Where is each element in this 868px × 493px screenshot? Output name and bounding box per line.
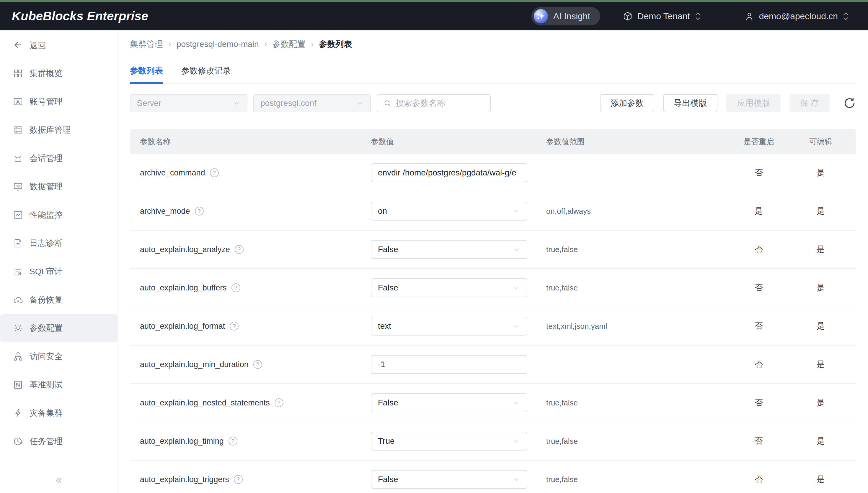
ai-insight-label: AI Insight — [553, 11, 590, 21]
sidebar-item-access-security[interactable]: 访问安全 — [0, 342, 118, 371]
search-input[interactable] — [396, 99, 484, 108]
toolbar: Server postgresql.conf 添加参数 导出模版 应用模版 — [130, 94, 856, 112]
add-parameter-button[interactable]: 添加参数 — [600, 94, 654, 112]
sidebar-back-button[interactable]: 返回 — [0, 39, 118, 53]
breadcrumb-separator: › — [264, 39, 267, 49]
help-icon[interactable]: ? — [210, 168, 219, 177]
breadcrumb-separator: › — [311, 39, 314, 49]
sidebar-item-sql-audit[interactable]: SQL审计 — [0, 257, 118, 286]
search-icon — [383, 99, 391, 107]
session-icon — [13, 153, 23, 163]
table-row: auto_explain.log_min_duration? -1 否 是 — [130, 346, 856, 384]
help-icon[interactable]: ? — [228, 437, 237, 446]
chevron-down-icon — [512, 437, 520, 445]
sidebar-item-parameter[interactable]: 参数配置 — [0, 314, 118, 342]
content: 集群管理 › postgresql-demo-main › 参数配置 › 参数列… — [118, 30, 868, 493]
sidebar-item-cluster-overview[interactable]: 集群概览 — [0, 59, 118, 88]
tenant-name: Demo Tenant — [638, 11, 690, 21]
editable-flag: 是 — [785, 167, 856, 178]
sidebar-item-task[interactable]: 任务管理 — [0, 427, 118, 455]
help-icon[interactable]: ? — [231, 283, 240, 292]
column-header-editable: 可编辑 — [785, 136, 856, 147]
sidebar-back-label: 返回 — [29, 40, 46, 51]
help-icon[interactable]: ? — [230, 322, 239, 330]
param-value-field[interactable]: True — [371, 432, 527, 451]
param-name: auto_explain.log_min_duration — [140, 360, 248, 369]
sidebar-item-session[interactable]: 会话管理 — [0, 144, 118, 172]
column-header-range: 参数值范围 — [546, 136, 732, 147]
sidebar-item-database[interactable]: 数据库管理 — [0, 116, 118, 144]
sidebar-item-label: 任务管理 — [29, 436, 63, 447]
sidebar-item-backup[interactable]: 备份恢复 — [0, 286, 118, 314]
breadcrumb: 集群管理 › postgresql-demo-main › 参数配置 › 参数列… — [130, 39, 856, 50]
param-value-field[interactable]: -1 — [371, 355, 527, 374]
param-value: False — [378, 245, 398, 254]
table-header: 参数名称 参数值 参数值范围 是否重启 可编辑 — [130, 129, 856, 154]
sidebar-item-performance[interactable]: 性能监控 — [0, 201, 118, 229]
editable-flag: 是 — [785, 474, 856, 485]
breadcrumb-item[interactable]: 集群管理 — [130, 39, 163, 50]
sidebar-item-label: 会话管理 — [29, 153, 63, 164]
help-icon[interactable]: ? — [275, 398, 283, 407]
restart-flag: 否 — [732, 167, 785, 178]
user-menu[interactable]: demo@apecloud.cn — [744, 11, 849, 21]
app-logo: KubeBlocks Enterprise — [12, 9, 148, 23]
column-header-name: 参数名称 — [130, 136, 371, 147]
param-value-field[interactable]: envdir /home/postgres/pgdata/wal-g/e — [371, 163, 527, 182]
param-value-field[interactable]: text — [371, 317, 527, 336]
sql-audit-icon — [13, 266, 23, 277]
action-buttons: 添加参数 导出模版 应用模版 保 存 — [600, 94, 856, 112]
sidebar: 返回 集群概览 账号管理 数据库管理 会话管理 — [0, 30, 118, 493]
param-value-field[interactable]: False — [371, 393, 527, 412]
help-icon[interactable]: ? — [234, 475, 243, 484]
param-value-field[interactable]: False — [371, 470, 527, 489]
param-value: on — [378, 207, 387, 216]
param-value-field[interactable]: on — [371, 202, 527, 220]
server-select[interactable]: Server — [130, 94, 247, 112]
restart-flag: 否 — [732, 397, 785, 408]
export-template-button[interactable]: 导出模版 — [663, 94, 718, 112]
tenant-switcher[interactable]: Demo Tenant — [623, 11, 701, 21]
sidebar-item-account[interactable]: 账号管理 — [0, 88, 118, 116]
breadcrumb-item-current: 参数列表 — [319, 39, 352, 50]
restart-flag: 否 — [732, 474, 785, 485]
sidebar-item-label: SQL审计 — [29, 266, 63, 277]
access-security-icon — [13, 351, 23, 362]
config-file-select[interactable]: postgresql.conf — [253, 94, 371, 112]
tab-parameter-history[interactable]: 参数修改记录 — [181, 65, 231, 83]
help-icon[interactable]: ? — [253, 360, 262, 369]
apply-template-button[interactable]: 应用模版 — [726, 94, 781, 112]
param-value: -1 — [378, 360, 385, 369]
ai-insight-button[interactable]: AI Insight — [531, 7, 600, 25]
help-icon[interactable]: ? — [235, 245, 244, 254]
editable-flag: 是 — [785, 397, 856, 408]
sidebar-item-data[interactable]: SQL 数据管理 — [0, 172, 118, 201]
param-value-field[interactable]: False — [371, 240, 527, 259]
param-range: text,xml,json,yaml — [546, 322, 732, 331]
parameter-table: 参数名称 参数值 参数值范围 是否重启 可编辑 archive_command?… — [130, 129, 856, 493]
table-row: auto_explain.log_analyze? False true,fal… — [130, 231, 856, 269]
param-name: auto_explain.log_format — [140, 322, 225, 331]
sidebar-collapse-button[interactable]: « — [56, 474, 62, 485]
sidebar-item-benchmark[interactable]: 基准测试 — [0, 371, 118, 399]
refresh-icon[interactable] — [843, 97, 856, 110]
help-icon[interactable]: ? — [195, 207, 204, 216]
breadcrumb-item[interactable]: postgresql-demo-main — [177, 40, 259, 49]
sidebar-item-log[interactable]: 日志诊断 — [0, 229, 118, 257]
user-email: demo@apecloud.cn — [759, 11, 838, 21]
breadcrumb-item[interactable]: 参数配置 — [272, 39, 306, 50]
table-row: auto_explain.log_buffers? False true,fal… — [130, 269, 856, 307]
breadcrumb-separator: › — [168, 39, 171, 49]
chevron-updown-icon — [695, 12, 701, 20]
param-value-field[interactable]: False — [371, 278, 527, 297]
table-row: archive_command? envdir /home/postgres/p… — [130, 154, 856, 192]
sidebar-item-disaster-recovery[interactable]: 灾备集群 — [0, 399, 118, 427]
log-file-icon — [13, 238, 23, 248]
screen: KubeBlocks Enterprise AI Insight Demo Te… — [0, 0, 868, 493]
save-button[interactable]: 保 存 — [789, 94, 830, 112]
chevron-down-icon — [512, 322, 520, 330]
chevron-down-icon — [512, 476, 520, 483]
restart-flag: 否 — [732, 435, 785, 447]
param-range: true,false — [546, 437, 732, 446]
tab-parameter-list[interactable]: 参数列表 — [130, 65, 163, 83]
